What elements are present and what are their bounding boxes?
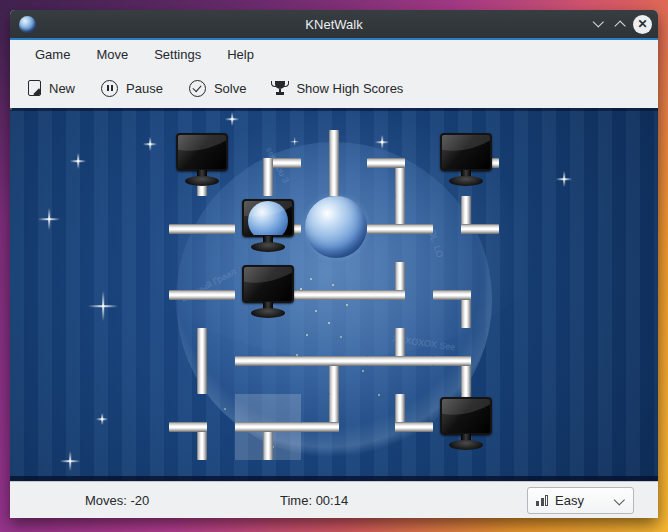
cell-3-2-elbow[interactable] [367, 262, 433, 328]
star-sparkle [96, 413, 108, 425]
star-sparkle [290, 137, 299, 146]
trophy-icon [272, 80, 288, 96]
pause-button-label: Pause [126, 81, 163, 96]
pipe-arm-s [329, 158, 339, 196]
cell-3-1-tee[interactable] [367, 196, 433, 262]
star-sparkle [60, 451, 80, 471]
new-document-icon [28, 80, 41, 96]
solve-check-icon [189, 80, 206, 97]
cell-4-0-terminal[interactable] [433, 130, 499, 196]
pipe-arm-e [461, 224, 499, 234]
difficulty-dropdown[interactable]: Easy [527, 487, 634, 514]
cell-2-1-hidden-behind-sphere[interactable] [301, 196, 367, 262]
close-icon: ✕ [637, 18, 647, 30]
toolbar: New Pause Solve Show High Scores [10, 68, 658, 108]
cell-0-1-straight[interactable] [169, 196, 235, 262]
pipe-arm-w [169, 224, 207, 234]
pipe-arm-w [367, 356, 405, 366]
show-high-scores-button[interactable]: Show High Scores [272, 80, 403, 96]
pipe-arm-w [235, 422, 273, 432]
terminal-icon [176, 133, 228, 185]
pipe-arm-w [169, 290, 207, 300]
cell-1-3-straight[interactable] [235, 328, 301, 394]
show-high-scores-label: Show High Scores [296, 81, 403, 96]
pipe-arm-w [301, 356, 339, 366]
cell-1-1-server[interactable] [235, 196, 301, 262]
pipe-arm-w [169, 422, 207, 432]
server-icon [242, 199, 294, 251]
moves-counter: Moves: -20 [85, 493, 149, 508]
star-sparkle [556, 171, 572, 187]
new-button-label: New [49, 81, 75, 96]
pipe-arm-w [433, 290, 471, 300]
game-board: see you 3 щенный Граал LOL. LO XOXOXOX S… [10, 108, 658, 481]
menu-move[interactable]: Move [83, 47, 141, 62]
star-sparkle [88, 291, 118, 321]
pipe-arm-s [263, 158, 273, 196]
cell-3-4-elbow[interactable] [367, 394, 433, 460]
cell-1-4-tee[interactable] [235, 394, 301, 460]
pipe-arm-w [301, 422, 339, 432]
cell-0-0-terminal[interactable] [169, 130, 235, 196]
cell-4-2-elbow[interactable] [433, 262, 499, 328]
cell-3-3-tee[interactable] [367, 328, 433, 394]
pipe-arm-s [197, 356, 207, 394]
pipe-arm-w [367, 158, 405, 168]
globe-screen [248, 201, 288, 237]
terminal-icon [440, 133, 492, 185]
cell-2-3-tee[interactable] [301, 328, 367, 394]
star-sparkle [143, 137, 157, 151]
pipe-arm-w [433, 356, 471, 366]
pause-button[interactable]: Pause [101, 80, 163, 97]
pause-circle-icon [101, 80, 118, 97]
close-button[interactable]: ✕ [633, 15, 652, 34]
cell-2-2-straight[interactable] [301, 262, 367, 328]
star-sparkle [70, 153, 86, 169]
menubar: Game Move Settings Help [10, 40, 658, 68]
cell-2-4-elbow[interactable] [301, 394, 367, 460]
terminal-icon [440, 397, 492, 449]
cell-0-4-elbow[interactable] [169, 394, 235, 460]
board-edge [10, 108, 658, 111]
pipe-arm-w [367, 224, 405, 234]
difficulty-bars-icon [536, 495, 549, 507]
star-sparkle [225, 112, 239, 126]
menu-help[interactable]: Help [214, 47, 267, 62]
pipe-grid [169, 130, 499, 460]
pipe-arm-w [301, 290, 339, 300]
maximize-icon[interactable] [614, 20, 623, 29]
pipe-arm-w [367, 290, 405, 300]
time-counter: Time: 00:14 [280, 493, 348, 508]
minimize-icon[interactable] [595, 20, 604, 29]
menu-game[interactable]: Game [22, 47, 83, 62]
cell-4-3-elbow[interactable] [433, 328, 499, 394]
statusbar: Moves: -20 Time: 00:14 Easy [10, 481, 658, 518]
menu-settings[interactable]: Settings [141, 47, 214, 62]
solve-button[interactable]: Solve [189, 80, 247, 97]
difficulty-value: Easy [555, 493, 584, 508]
terminal-icon [242, 265, 294, 317]
cell-4-4-terminal[interactable] [433, 394, 499, 460]
window-title: KNetWalk [10, 17, 658, 32]
solve-button-label: Solve [214, 81, 247, 96]
chevron-down-icon [616, 498, 624, 506]
cell-0-2-straight[interactable] [169, 262, 235, 328]
cell-4-1-elbow[interactable] [433, 196, 499, 262]
pipe-arm-e [395, 422, 433, 432]
cell-1-2-terminal[interactable] [235, 262, 301, 328]
star-sparkle [38, 208, 60, 230]
new-button[interactable]: New [28, 80, 75, 96]
titlebar[interactable]: KNetWalk ✕ [10, 10, 658, 38]
cell-0-3-straight[interactable] [169, 328, 235, 394]
knetwalk-window: KNetWalk ✕ Game Move Settings Help New P… [10, 10, 658, 518]
cell-2-0-straight[interactable] [301, 130, 367, 196]
pipe-arm-w [235, 356, 273, 366]
star-sparkle [375, 135, 389, 149]
